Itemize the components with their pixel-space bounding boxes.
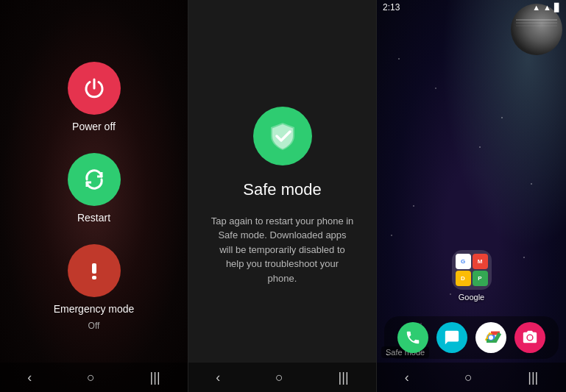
status-bar: 2:13 ▲ ▲ ▊	[377, 0, 566, 15]
nav-bar-panel1: ‹ ○ |||	[0, 363, 188, 392]
back-button-p1[interactable]: ‹	[27, 370, 32, 385]
wifi-icon: ▲	[532, 3, 540, 12]
emergency-label: Emergency mode	[54, 303, 135, 315]
google-folder-label: Google	[459, 293, 484, 302]
recent-button-p3[interactable]: |||	[528, 370, 538, 385]
svg-point-5	[489, 335, 493, 340]
power-off-button-wrap: Power off	[68, 62, 121, 132]
back-button-p3[interactable]: ‹	[405, 370, 409, 385]
chrome-icon-svg	[481, 327, 501, 348]
recent-button-p1[interactable]: |||	[150, 370, 160, 385]
panel-power-menu: Power off Restart Emergency mode Off ‹ ○…	[0, 0, 188, 392]
shield-svg	[266, 120, 299, 152]
home-button-p3[interactable]: ○	[464, 370, 473, 385]
messages-icon-svg	[444, 329, 460, 346]
google-folder[interactable]: G M D P Google	[452, 250, 492, 302]
svg-rect-0	[92, 263, 96, 274]
status-time: 2:13	[383, 2, 400, 13]
signal-icon: ▲	[543, 3, 551, 12]
phone-icon-svg	[405, 329, 421, 346]
battery-icon: ▊	[554, 3, 560, 13]
restart-icon	[81, 166, 107, 193]
camera-icon-svg	[522, 329, 538, 346]
power-off-label: Power off	[72, 121, 116, 132]
svg-rect-1	[92, 276, 96, 279]
nav-bar-panel2: ‹ ○ |||	[188, 363, 376, 392]
restart-label: Restart	[77, 212, 110, 224]
emergency-icon	[81, 257, 107, 284]
camera-app-icon[interactable]	[514, 322, 545, 353]
nav-bar-panel3: ‹ ○ |||	[377, 363, 566, 392]
app-dock	[384, 316, 559, 359]
safe-mode-description: Tap again to restart your phone in Safe …	[211, 214, 354, 286]
emergency-sublabel: Off	[88, 321, 100, 331]
chrome-app-icon[interactable]	[475, 322, 506, 353]
status-icons: ▲ ▲ ▊	[532, 3, 560, 13]
emergency-button[interactable]	[68, 244, 121, 297]
safe-mode-title: Safe mode	[243, 180, 321, 199]
restart-button-wrap: Restart	[68, 153, 121, 224]
messages-app-icon[interactable]	[436, 322, 467, 353]
recent-button-p2[interactable]: |||	[339, 370, 349, 385]
restart-button[interactable]	[68, 153, 121, 206]
power-off-icon	[81, 75, 107, 101]
phone-app-icon[interactable]	[397, 322, 428, 353]
svg-point-6	[528, 335, 532, 340]
power-off-button[interactable]	[68, 62, 121, 115]
panel-safe-mode: Safe mode Tap again to restart your phon…	[188, 0, 377, 392]
folder-icon[interactable]: G M D P	[452, 250, 492, 290]
emergency-button-wrap: Emergency mode Off	[54, 244, 135, 331]
drive-app-icon[interactable]: D	[456, 271, 471, 286]
back-button-p2[interactable]: ‹	[216, 370, 220, 385]
photos-app-icon[interactable]: P	[473, 271, 488, 286]
home-button-p1[interactable]: ○	[87, 370, 95, 385]
panel-home-screen: 2:13 ▲ ▲ ▊ G M D P Google Safe mode	[377, 0, 566, 392]
safe-mode-shield-icon[interactable]	[253, 107, 312, 165]
maps-app-icon[interactable]: M	[473, 254, 488, 269]
home-button-p2[interactable]: ○	[275, 370, 283, 385]
gmail-app-icon[interactable]: G	[456, 254, 471, 269]
